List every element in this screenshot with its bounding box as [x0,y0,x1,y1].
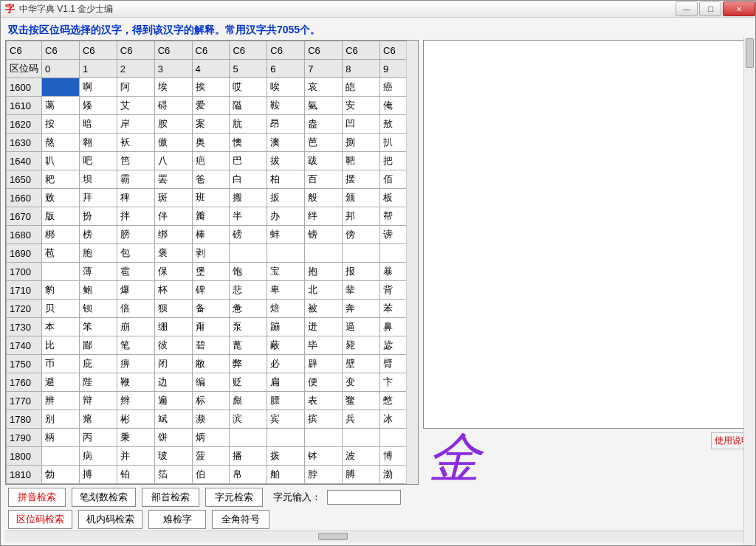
char-cell[interactable]: 闭 [154,355,192,373]
char-cell[interactable]: 悲 [230,281,267,300]
char-cell[interactable]: 柏 [267,170,305,189]
row-code[interactable]: 1630 [7,134,42,152]
char-cell[interactable]: 芭 [305,134,343,152]
char-input[interactable] [327,490,401,505]
char-cell[interactable]: 镑 [305,226,343,244]
row-code[interactable]: 1730 [7,318,42,336]
char-cell[interactable]: 毙 [343,336,380,355]
char-cell[interactable]: 卑 [267,281,305,300]
minimize-button[interactable]: — [676,1,698,16]
char-cell[interactable]: 贝 [42,300,80,318]
char-cell[interactable]: 蓖 [230,336,267,355]
char-cell[interactable]: 蚌 [267,226,305,244]
char-cell[interactable]: 宾 [267,410,305,429]
char-cell[interactable]: 剥 [192,244,230,263]
char-cell[interactable]: 笨 [79,318,117,336]
char-cell[interactable]: 脖 [305,466,343,484]
char-cell[interactable]: 办 [267,207,305,226]
search-button[interactable]: 区位码检索 [8,510,72,529]
row-code[interactable]: 1640 [7,152,42,170]
char-cell[interactable] [267,429,305,447]
char-cell[interactable]: 伯 [192,466,230,484]
char-cell[interactable] [267,244,305,263]
char-cell[interactable]: 翱 [79,134,117,152]
char-cell[interactable]: 氨 [305,97,343,115]
char-cell[interactable]: 罢 [154,170,192,189]
char-cell[interactable]: 报 [343,263,380,281]
char-cell[interactable]: 疤 [192,152,230,170]
search-button[interactable]: 字元检索 [205,488,263,507]
char-cell[interactable]: 辩 [79,392,117,410]
char-cell[interactable]: 艾 [117,97,154,115]
char-cell[interactable]: 肮 [230,115,267,134]
char-cell[interactable]: 逼 [343,318,380,336]
row-code[interactable]: 1810 [7,466,42,484]
char-cell[interactable]: 倍 [117,300,154,318]
char-cell[interactable]: 备 [192,300,230,318]
char-cell[interactable]: 叭 [42,152,80,170]
char-cell[interactable]: 吧 [79,152,117,170]
char-cell[interactable]: 绊 [305,207,343,226]
char-cell[interactable]: 舶 [267,466,305,484]
row-code[interactable]: 1690 [7,244,42,263]
row-code[interactable]: 1770 [7,392,42,410]
digit-header[interactable]: 2 [117,60,154,78]
col-header[interactable]: C6 [154,41,192,60]
char-cell[interactable]: 奔 [343,300,380,318]
char-cell[interactable]: 泵 [230,318,267,336]
row-code[interactable]: 1750 [7,355,42,373]
char-cell[interactable]: 币 [42,355,80,373]
col-header[interactable]: C6 [305,41,343,60]
char-cell[interactable]: 拨 [267,447,305,466]
char-cell[interactable]: 勃 [42,466,80,484]
char-cell[interactable]: 炳 [192,429,230,447]
char-cell[interactable]: 傍 [343,226,380,244]
row-code[interactable]: 1740 [7,336,42,355]
char-cell[interactable]: 百 [305,170,343,189]
char-cell[interactable]: 坝 [79,170,117,189]
char-cell[interactable]: 扳 [267,189,305,207]
row-code[interactable]: 1720 [7,300,42,318]
char-cell[interactable]: 拔 [267,152,305,170]
char-cell[interactable]: 暗 [79,115,117,134]
char-cell[interactable] [343,244,380,263]
char-cell[interactable]: 按 [42,115,80,134]
char-cell[interactable]: 钵 [305,447,343,466]
char-cell[interactable]: 杯 [154,281,192,300]
char-cell[interactable]: 濒 [192,410,230,429]
char-cell[interactable]: 播 [230,447,267,466]
char-cell[interactable]: 阿 [117,78,154,97]
digit-header[interactable]: 4 [192,60,230,78]
char-cell[interactable]: 铂 [117,466,154,484]
char-cell[interactable]: 拌 [117,207,154,226]
char-cell[interactable]: 比 [42,336,80,355]
row-code[interactable]: 1790 [7,429,42,447]
char-cell[interactable]: 胺 [154,115,192,134]
digit-header[interactable]: 5 [230,60,267,78]
char-cell[interactable]: 丙 [79,429,117,447]
char-cell[interactable]: 熬 [42,134,80,152]
char-cell[interactable]: 哎 [230,78,267,97]
page-vertical-scrollbar[interactable] [743,37,755,545]
char-cell[interactable]: 哀 [305,78,343,97]
char-cell[interactable]: 爱 [192,97,230,115]
char-table[interactable]: C6C6C6C6C6C6C6C6C6C6C6 区位码0123456789 160… [6,41,418,484]
char-cell[interactable]: 扁 [267,373,305,392]
char-cell[interactable]: 玻 [154,447,192,466]
char-cell[interactable]: 彪 [230,392,267,410]
char-cell[interactable]: 本 [42,318,80,336]
char-cell[interactable]: 毕 [305,336,343,355]
col-header[interactable]: C6 [79,41,117,60]
char-cell[interactable]: 磅 [230,226,267,244]
char-cell[interactable]: 菠 [192,447,230,466]
char-cell[interactable]: 八 [154,152,192,170]
search-button[interactable]: 部首检索 [142,488,199,507]
char-cell[interactable]: 鄙 [79,336,117,355]
char-cell[interactable]: 避 [42,373,80,392]
digit-header[interactable]: 0 [42,60,80,78]
char-cell[interactable]: 拜 [79,189,117,207]
char-cell[interactable]: 昂 [267,115,305,134]
col-header[interactable]: C6 [7,41,42,60]
char-cell[interactable]: 傲 [154,134,192,152]
char-cell[interactable]: 碍 [154,97,192,115]
